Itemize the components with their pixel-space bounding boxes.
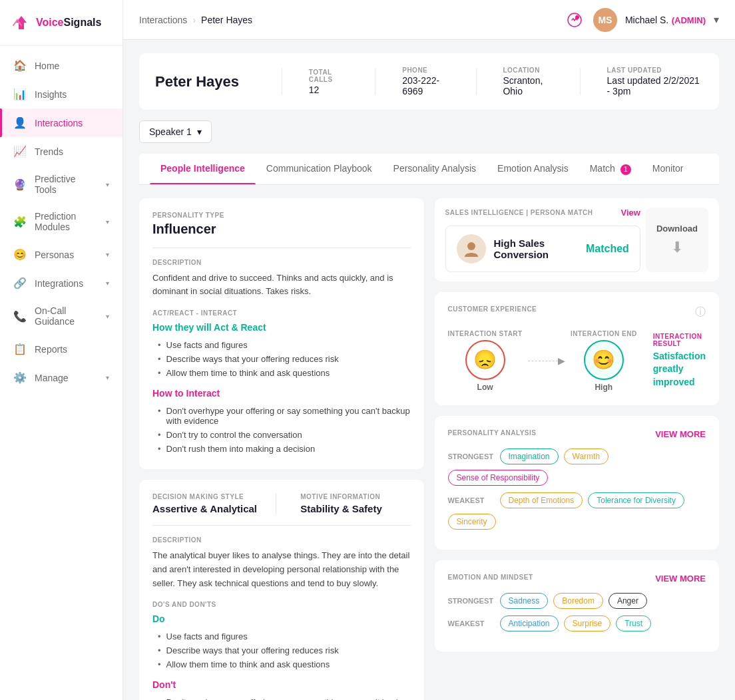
end-emotion-circle: 😊 [584, 340, 624, 380]
dm-desc-label: DESCRIPTION [152, 536, 411, 544]
reports-icon: 📋 [13, 343, 27, 355]
integrations-icon: 🔗 [13, 277, 27, 289]
tab-match[interactable]: Match 1 [579, 154, 642, 184]
personas-icon: 😊 [13, 248, 27, 261]
description-text: Confident and drive to succeed. Thinks a… [152, 271, 411, 299]
sidebar-item-personas[interactable]: 😊 Personas ▾ [0, 240, 122, 269]
tab-monitor[interactable]: Monitor [642, 154, 694, 184]
end-level: High [595, 383, 612, 392]
personality-analysis-card: PERSONALITY ANALYSIS VIEW MORE STRONGEST… [435, 416, 720, 550]
breadcrumb-parent[interactable]: Interactions [139, 15, 187, 25]
sidebar-item-label: Trends [35, 146, 63, 157]
tab-communication-playbook[interactable]: Communication Playbook [256, 154, 383, 184]
breadcrumb: Interactions › Peter Hayes [139, 15, 252, 25]
chevron-down-icon: ▾ [106, 251, 109, 258]
tag-sense-of-responsibility: Sense of Responsibility [448, 470, 549, 486]
sidebar-item-label: Home [35, 61, 59, 71]
download-button[interactable]: Download ⬇ [646, 208, 708, 272]
sales-intel-content: SALES INTELLIGENCE | PERSONA MATCH View [445, 208, 640, 272]
matched-badge: Matched [586, 243, 629, 255]
tab-emotion-analysis[interactable]: Emotion Analysis [487, 154, 579, 184]
list-item: Describe ways that your offering reduces… [158, 643, 411, 657]
em-view-more[interactable]: VIEW MORE [655, 574, 706, 584]
em-weakest-row: WEAKEST Anticipation Surprise Trust [448, 615, 706, 631]
customer-experience-card: CUSTOMER EXPERIENCE ⓘ INTERACTION START … [435, 292, 720, 405]
info-icon[interactable]: ⓘ [695, 305, 706, 319]
start-emotion-circle: 😞 [465, 340, 505, 380]
em-header: EMOTION AND MINDSET VIEW MORE [448, 574, 706, 584]
breadcrumb-current: Peter Hayes [201, 15, 252, 25]
user-info: Michael S. (ADMIN) [625, 14, 706, 26]
tag-imagination: Imagination [500, 448, 559, 464]
sidebar-item-home[interactable]: 🏠 Home [0, 51, 122, 80]
personality-type-label: PERSONALITY TYPE [152, 212, 224, 219]
speaker-dropdown[interactable]: Speaker 1 ▾ [139, 120, 212, 143]
sidebar-item-on-call-guidance[interactable]: 📞 On-Call Guidance ▾ [0, 297, 122, 335]
list-item: Don't try to control the conversation [158, 428, 411, 442]
pa-weakest-row: WEAKEST Depth of Emotions Tolerance for … [448, 492, 706, 530]
sidebar-item-integrations[interactable]: 🔗 Integrations ▾ [0, 269, 122, 297]
tag-sadness: Sadness [500, 593, 549, 609]
sidebar-item-reports[interactable]: 📋 Reports [0, 335, 122, 363]
sidebar-item-label: Integrations [35, 278, 83, 289]
tabs-container: People Intelligence Communication Playbo… [139, 154, 719, 185]
cx-header: CUSTOMER EXPERIENCE ⓘ [448, 305, 706, 319]
dm-motive-section: MOTIVE INFORMATION Stability & Safety [290, 493, 410, 514]
sidebar-item-trends[interactable]: 📈 Trends [0, 137, 122, 166]
pa-view-more[interactable]: VIEW MORE [655, 429, 706, 439]
total-calls-stat: TOTAL CALLS 12 [309, 69, 349, 95]
sidebar-item-manage[interactable]: ⚙️ Manage ▾ [0, 363, 122, 392]
persona-name: High Sales Conversion [494, 238, 578, 260]
profile-name: Peter Hayes [155, 73, 255, 90]
start-level: Low [477, 383, 493, 392]
list-item: Describe ways that your offering reduces… [158, 352, 411, 366]
user-menu-chevron[interactable]: ▾ [714, 13, 719, 26]
pa-strongest-row: STRONGEST Imagination Warmth Sense of Re… [448, 448, 706, 486]
notification-icon[interactable] [564, 9, 585, 31]
cx-body: INTERACTION START 😞 Low ▶ INTERACTION EN… [448, 330, 706, 392]
manage-icon: ⚙️ [13, 371, 27, 384]
sidebar-item-predictive-tools[interactable]: 🔮 Predictive Tools ▾ [0, 166, 122, 203]
chevron-down-icon: ▾ [106, 181, 109, 188]
em-strongest-row: STRONGEST Sadness Boredom Anger [448, 593, 706, 609]
sidebar-item-label: Predictive Tools [35, 174, 98, 195]
tab-people-intelligence[interactable]: People Intelligence [150, 154, 256, 184]
breadcrumb-separator: › [192, 15, 196, 25]
cx-result: INTERACTION RESULT Satisfaction greatly … [653, 333, 706, 389]
tabs: People Intelligence Communication Playbo… [139, 154, 719, 185]
cx-arrow: ▶ [528, 355, 565, 366]
profile-header: Peter Hayes TOTAL CALLS 12 PHONE 203-222… [139, 53, 719, 110]
act-react-heading: How they will Act & React [152, 322, 411, 333]
sidebar-item-label: Personas [35, 250, 74, 260]
do-list: Use facts and figures Describe ways that… [152, 629, 411, 671]
sidebar-item-insights[interactable]: 📊 Insights [0, 80, 122, 108]
topbar: Interactions › Peter Hayes MS Michael S.… [123, 0, 735, 40]
interact-heading: How to Interact [152, 388, 411, 399]
sidebar-item-prediction-modules[interactable]: 🧩 Prediction Modules ▾ [0, 203, 122, 240]
cx-line [528, 361, 558, 361]
tag-warmth: Warmth [564, 448, 609, 464]
view-link[interactable]: View [621, 208, 640, 218]
description-label: DESCRIPTION [152, 259, 411, 266]
personality-type-value: Influencer [152, 222, 224, 237]
divider [282, 69, 282, 95]
avatar: MS [593, 8, 617, 32]
pa-weakest-label: WEAKEST [448, 496, 495, 504]
topbar-right: MS Michael S. (ADMIN) ▾ [564, 8, 719, 32]
svg-point-2 [467, 242, 475, 250]
list-item: Don't rush them into making a decision [158, 442, 411, 456]
sidebar-item-label: Insights [35, 89, 67, 100]
chevron-down-icon: ▾ [106, 374, 109, 381]
download-label: Download [656, 224, 698, 234]
predictive-tools-icon: 🔮 [13, 178, 27, 191]
phone-stat: PHONE 203-222-6969 [402, 67, 449, 96]
list-item: Allow them time to think and ask questio… [158, 366, 411, 380]
tab-personality-analysis[interactable]: Personality Analysis [383, 154, 487, 184]
tag-sincerity: Sincerity [448, 514, 496, 530]
prediction-modules-icon: 🧩 [13, 216, 27, 228]
emotion-mindset-card: EMOTION AND MINDSET VIEW MORE STRONGEST … [435, 560, 720, 651]
sales-intelligence-card: SALES INTELLIGENCE | PERSONA MATCH View [435, 198, 720, 281]
sidebar-item-label: Reports [35, 344, 67, 355]
download-icon: ⬇ [671, 239, 683, 256]
sidebar-item-interactions[interactable]: 👤 Interactions [0, 108, 122, 137]
